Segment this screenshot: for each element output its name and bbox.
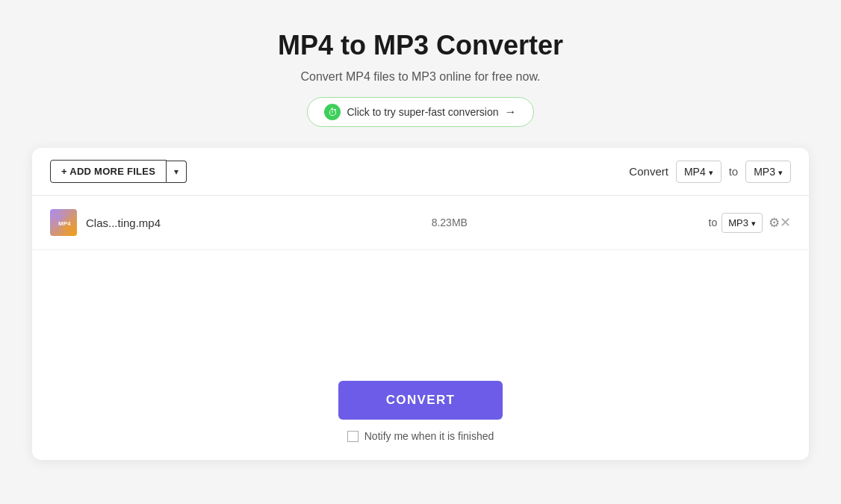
file-to-label: to <box>709 217 718 228</box>
notify-row: Notify me when it is finished <box>347 430 494 442</box>
to-format-select[interactable]: MP3 <box>745 161 791 183</box>
fast-conversion-button[interactable]: ⏱ Click to try super-fast conversion → <box>307 97 533 127</box>
file-list: MP4 Clas...ting.mp4 8.23MB to MP3 ⚙ ✕ <box>32 196 809 360</box>
add-files-chevron-icon: ▾ <box>174 167 179 177</box>
converter-box: + ADD MORE FILES ▾ Convert MP4 to MP3 <box>32 148 809 460</box>
file-format-chevron-icon <box>751 217 756 228</box>
page-subtitle: Convert MP4 files to MP3 online for free… <box>300 70 540 84</box>
convert-button[interactable]: CONVERT <box>338 381 503 420</box>
file-size: 8.23MB <box>190 217 709 228</box>
to-format-value: MP3 <box>754 166 775 178</box>
file-name: Clas...ting.mp4 <box>86 217 190 229</box>
converter-footer: CONVERT Notify me when it is finished <box>32 360 809 460</box>
toolbar-to-label: to <box>729 165 739 178</box>
fast-conversion-label: Click to try super-fast conversion <box>347 106 498 118</box>
clock-icon: ⏱ <box>324 104 341 120</box>
convert-button-label: CONVERT <box>386 393 456 407</box>
toolbar-left: + ADD MORE FILES ▾ <box>50 160 187 183</box>
fast-conversion-arrow: → <box>505 105 517 119</box>
add-files-dropdown-button[interactable]: ▾ <box>167 161 187 183</box>
file-format-value: MP3 <box>728 217 748 228</box>
close-icon[interactable]: ✕ <box>780 214 791 231</box>
convert-label: Convert <box>629 165 668 178</box>
table-row: MP4 Clas...ting.mp4 8.23MB to MP3 ⚙ ✕ <box>32 196 809 250</box>
add-files-button[interactable]: + ADD MORE FILES <box>50 160 167 183</box>
from-format-chevron-icon <box>709 166 713 178</box>
page-wrapper: MP4 to MP3 Converter Convert MP4 files t… <box>0 0 841 504</box>
from-format-value: MP4 <box>684 166 706 178</box>
svg-text:MP4: MP4 <box>58 220 71 227</box>
page-title: MP4 to MP3 Converter <box>278 30 563 61</box>
notify-checkbox[interactable] <box>347 431 359 442</box>
settings-icon[interactable]: ⚙ <box>769 215 780 231</box>
file-type-icon: MP4 <box>50 209 77 236</box>
add-files-label: + ADD MORE FILES <box>61 166 155 177</box>
from-format-select[interactable]: MP4 <box>676 161 721 183</box>
file-format-select[interactable]: MP3 <box>721 213 763 233</box>
to-format-chevron-icon <box>778 166 783 178</box>
toolbar-right: Convert MP4 to MP3 <box>629 161 791 183</box>
toolbar: + ADD MORE FILES ▾ Convert MP4 to MP3 <box>32 148 809 196</box>
notify-label: Notify me when it is finished <box>364 430 494 442</box>
